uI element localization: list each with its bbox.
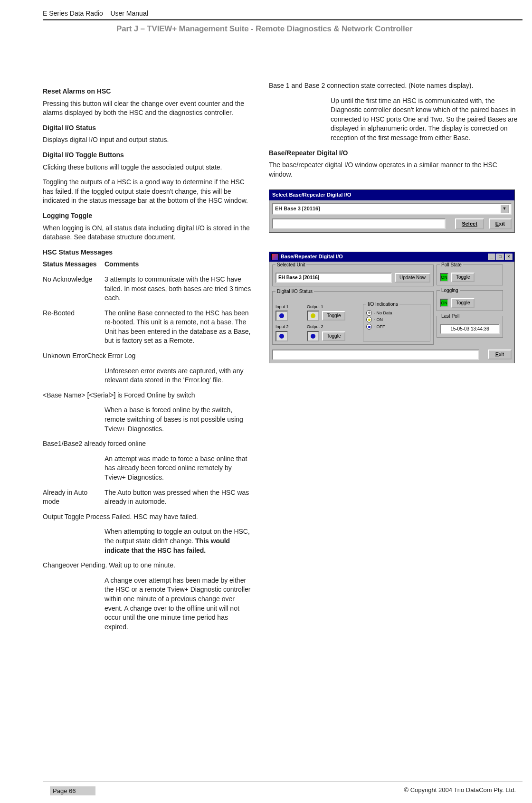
part-title: Part J – TVIEW+ Management Suite - Remot… [116,24,532,34]
row-toggle-failed: Output Toggle Process Failed. HSC may ha… [43,512,252,522]
cell-comment: The Auto button was pressed when the HSC… [104,488,252,512]
exit-label-rest: xit [499,221,505,227]
led-input1 [276,311,288,321]
toggle-logging-button[interactable]: Toggle [451,298,475,308]
frame-title: Selected Unit [276,262,306,268]
th-status: Status Messages [43,260,104,275]
cell-comment: When a base is forced online by the swit… [104,406,252,434]
toggle-output2-button[interactable]: Toggle [322,331,345,341]
para: Toggling the outputs of a HSC is a good … [43,178,252,206]
poll-on-indicator: ON [440,273,448,282]
frame-title: Logging [440,287,460,294]
label-off: - OFF [374,324,385,330]
heading-hsc-status: HSC Status Messages [43,248,252,257]
frame-poll-state: Poll State ON Toggle [437,265,503,285]
minimize-icon[interactable]: _ [488,254,495,260]
frame-title: I/O Indications [366,301,399,308]
exit-button[interactable]: Exit [488,350,512,359]
para-indented: Up until the first time an HSC is commun… [331,96,521,143]
heading-dio-status: Digital I/O Status [43,123,252,133]
indicator-off-icon [366,324,372,330]
label-input2: Input 2 [276,324,303,330]
row-already-forced: Base1/Base2 already forced online [43,439,252,449]
heading-dio-toggle: Digital I/O Toggle Buttons [43,151,252,160]
cell-status: Re-Booted [43,309,104,351]
select-button[interactable]: Select [455,218,484,229]
status-messages-table: Status Messages Comments No Acknowledge … [43,260,252,351]
status-strip [272,350,479,360]
cell-status: Already in Auto mode [43,488,104,512]
copyright: © Copyright 2004 Trio DataCom Pty. Ltd. [404,786,516,795]
exit-button[interactable]: Exit [489,218,512,229]
last-poll-value: 15-05-03 13:44:36 [440,324,500,334]
toggle-output1-button[interactable]: Toggle [322,311,345,321]
dropdown-selected-unit[interactable]: EH Base 3 [20116] ▼ [272,203,512,215]
heading-base-repeater-dio: Base/Repeater Digital I/O [269,149,521,158]
label-output1: Output 1 [307,304,359,310]
indicator-on-icon [366,317,372,322]
toggle-poll-button[interactable]: Toggle [451,273,475,282]
titlebar: Select Base/Repeater Digital I/O [269,190,514,200]
chevron-down-icon[interactable]: ▼ [500,205,509,213]
right-column: Base 1 and Base 2 connection state corre… [269,81,521,637]
label-output2: Output 2 [307,324,359,330]
cell-comment: An attempt was made to force a base onli… [104,454,252,482]
cell-comment: A change over attempt has been made by e… [104,576,252,632]
titlebar: Base/Repeater Digital I/O _ □ × [269,252,514,261]
cell-comment: The online Base connected to the HSC has… [104,309,252,351]
para: The base/repeater digital I/O window ope… [269,161,521,179]
cell-comment: Unforeseen error events are captured, wi… [104,367,252,385]
led-output2 [307,331,319,341]
label-input1: Input 1 [276,304,303,310]
dropdown-value: EH Base 3 [20116] [278,274,319,281]
para: Clicking these buttons will toggle the a… [43,163,252,172]
th-comments: Comments [104,260,252,275]
frame-title: Digital I/O Status [276,288,314,295]
para: When logging is ON, all status data incl… [43,224,252,242]
label-on: - ON [374,317,383,323]
indicator-nodata-icon [366,310,372,316]
led-input2 [276,331,288,341]
row-changeover: Changeover Pending. Wait up to one minut… [43,561,252,570]
left-column: Reset Alarms on HSC Pressing this button… [43,81,252,637]
update-now-button[interactable]: Update Now [395,273,430,283]
row-unknown-error: Unknown ErrorCheck Error Log [43,351,252,361]
window-base-repeater-dio: Base/Repeater Digital I/O _ □ × Selected… [269,252,515,363]
window-select-base-repeater: Select Base/Repeater Digital I/O EH Base… [269,189,515,233]
para: Pressing this button will clear the chan… [43,99,252,118]
frame-title: Last Poll [440,313,461,320]
cell-status: No Acknowledge [43,275,104,309]
led-output1 [307,311,319,321]
titlebar-text: Base/Repeater Digital I/O [281,253,343,260]
heading-reset-alarms: Reset Alarms on HSC [43,87,252,96]
frame-logging: Logging ON Toggle [437,290,503,311]
para: Displays digital I/O input and output st… [43,135,252,145]
row-forced-online: <Base Name> [<Serial>] is Forced Online … [43,391,252,400]
close-icon[interactable]: × [505,254,513,260]
frame-digital-io-status: Digital I/O Status Input 1 Input 2 Outpu… [272,291,434,345]
frame-io-indications: I/O Indications - No Data - ON - OFF [363,304,430,341]
frame-selected-unit: Selected Unit EH Base 3 [20116] Update N… [272,265,434,286]
frame-last-poll: Last Poll 15-05-03 13:44:36 [437,316,503,338]
maximize-icon[interactable]: □ [496,254,504,260]
dropdown-value: EH Base 3 [20116] [275,205,320,212]
heading-logging: Logging Toggle [43,211,252,221]
header-title: E Series Data Radio – User Manual [43,9,522,20]
label-nodata: - No Data [374,310,392,316]
logging-on-indicator: ON [440,299,448,307]
status-strip [272,218,446,229]
frame-title: Poll State [440,262,463,268]
para: Base 1 and Base 2 connection state corre… [269,81,521,91]
cell-comment: When attempting to toggle an output on t… [104,527,252,555]
page-number: Page 66 [50,786,95,795]
app-icon [271,254,279,260]
dropdown-selected-unit[interactable]: EH Base 3 [20116] [276,273,392,283]
cell-comment: 3 attempts to communicate with the HSC h… [104,275,252,309]
